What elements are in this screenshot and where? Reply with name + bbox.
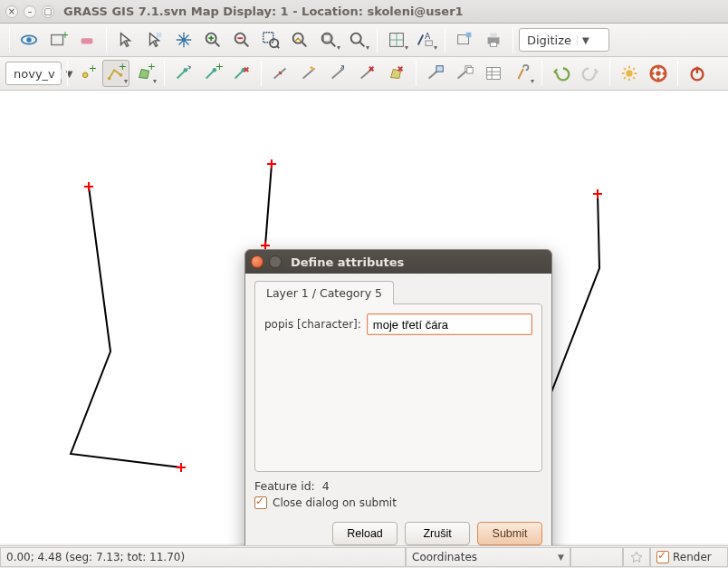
dialog-titlebar[interactable]: Define attributes — [245, 250, 551, 274]
svg-point-24 — [108, 77, 111, 81]
add-point-icon[interactable]: + — [73, 60, 101, 87]
help-icon[interactable] — [645, 60, 672, 87]
svg-point-25 — [120, 73, 123, 77]
svg-rect-35 — [487, 68, 501, 80]
submit-button[interactable]: Submit — [477, 522, 542, 545]
svg-text:+: + — [62, 30, 68, 40]
feature-id-value: 4 — [322, 479, 330, 493]
svg-rect-5 — [157, 33, 162, 38]
svg-rect-4 — [81, 38, 93, 43]
svg-text:+: + — [119, 63, 126, 72]
maximize-icon[interactable]: ▢ — [42, 5, 54, 18]
edit-line-icon[interactable] — [296, 60, 323, 87]
svg-rect-34 — [467, 68, 473, 73]
svg-point-13 — [351, 34, 361, 43]
svg-rect-12 — [324, 35, 330, 42]
chevron-down-icon: ▼ — [577, 35, 589, 45]
status-bar: 0.00; 4.48 (seg: 7.13; tot: 11.70) Coord… — [0, 545, 728, 568]
status-progress — [570, 547, 623, 567]
attributes-icon[interactable] — [480, 60, 507, 87]
tab-layer-category[interactable]: Layer 1 / Category 5 — [254, 281, 394, 304]
render-label: Render — [673, 551, 712, 563]
svg-text:+: + — [89, 63, 97, 74]
erase-icon[interactable] — [73, 26, 101, 53]
show-layers-icon[interactable] — [15, 26, 43, 53]
delete-area-icon[interactable] — [383, 60, 410, 87]
svg-text:+: + — [216, 63, 223, 72]
digitizer-toolbar: novy_v ▼ + +▾ +▾ + ▾ — [0, 57, 728, 91]
svg-text:+: + — [148, 63, 155, 72]
dialog-title: Define attributes — [291, 255, 404, 269]
print-icon[interactable] — [480, 26, 507, 53]
svg-text:A: A — [425, 31, 431, 41]
zoom-extent-icon[interactable]: ▾ — [315, 26, 342, 53]
main-titlebar: × – ▢ GRASS GIS 7.1.svn Map Display: 1 -… — [0, 0, 728, 24]
delete-feature-icon[interactable] — [354, 60, 381, 87]
close-on-submit-checkbox[interactable] — [254, 496, 267, 509]
status-info: 0.00; 4.48 (seg: 7.13; tot: 11.70) — [6, 551, 185, 563]
svg-rect-20 — [490, 34, 496, 38]
additional-tools-icon[interactable]: ▾ — [509, 60, 536, 87]
chevron-down-icon: ▼ — [558, 553, 564, 562]
status-mode-label: Coordinates — [412, 551, 477, 563]
split-line-icon[interactable] — [267, 60, 294, 87]
redo-icon[interactable] — [577, 60, 604, 87]
svg-rect-16 — [426, 41, 432, 45]
analyze-icon[interactable]: ▾ — [383, 26, 410, 53]
quit-icon[interactable] — [684, 60, 711, 87]
cats-copy-icon[interactable] — [451, 60, 478, 87]
render-toggle[interactable]: Render — [650, 547, 728, 567]
svg-point-38 — [656, 71, 661, 76]
move-vertex-icon[interactable] — [170, 60, 197, 87]
close-on-submit-label: Close dialog on submit — [273, 496, 397, 509]
move-feature-icon[interactable] — [325, 60, 352, 87]
overlay-icon[interactable]: A▾ — [412, 26, 439, 53]
zoom-last-icon[interactable] — [286, 26, 313, 53]
add-map-icon[interactable]: + — [44, 26, 72, 53]
window-title: GRASS GIS 7.1.svn Map Display: 1 - Locat… — [63, 5, 464, 18]
feature-id-label: Feature id: — [254, 479, 315, 493]
svg-point-22 — [82, 72, 88, 78]
svg-rect-21 — [490, 43, 496, 47]
define-attributes-dialog: Define attributes Layer 1 / Category 5 p… — [244, 249, 552, 557]
svg-point-1 — [26, 37, 32, 43]
pan-icon[interactable] — [170, 26, 197, 53]
display-mode-combo[interactable]: Digitize ▼ — [519, 28, 609, 52]
query-icon[interactable] — [141, 26, 168, 53]
svg-point-36 — [626, 70, 632, 76]
minimize-icon[interactable]: – — [24, 5, 36, 18]
map-display-toolbar: + ▾ ▾ ▾ A▾ Digitize ▼ — [0, 24, 728, 57]
zoom-in-icon[interactable] — [199, 26, 226, 53]
render-checkbox[interactable] — [656, 551, 669, 563]
popis-input[interactable] — [367, 313, 532, 335]
cats-display-icon[interactable] — [422, 60, 449, 87]
add-area-icon[interactable]: +▾ — [131, 60, 158, 87]
field-label: popis [character]: — [264, 318, 361, 331]
add-line-icon[interactable]: +▾ — [102, 60, 129, 87]
display-mode-label: Digitize — [527, 34, 571, 47]
zoom-menu-icon[interactable]: ▾ — [344, 26, 371, 53]
layer-combo-label: novy_v — [14, 67, 55, 81]
close-icon[interactable]: × — [5, 5, 18, 18]
svg-rect-18 — [466, 33, 472, 38]
layer-combo[interactable]: novy_v ▼ — [5, 62, 62, 85]
dialog-close-icon[interactable] — [251, 255, 263, 268]
status-pin-icon[interactable] — [623, 547, 650, 567]
tab-panel: popis [character]: — [254, 303, 542, 472]
status-mode-combo[interactable]: Coordinates ▼ — [406, 547, 570, 567]
svg-rect-8 — [263, 33, 273, 43]
zoom-region-icon[interactable] — [257, 26, 284, 53]
pointer-icon[interactable] — [112, 26, 139, 53]
undo-icon[interactable] — [548, 60, 575, 87]
add-vertex-icon[interactable]: + — [199, 60, 226, 87]
dialog-minimize-icon[interactable] — [269, 255, 282, 268]
zoom-out-icon[interactable] — [228, 26, 255, 53]
save-image-icon[interactable] — [451, 26, 478, 53]
remove-vertex-icon[interactable] — [228, 60, 255, 87]
settings-icon[interactable] — [616, 60, 643, 87]
reload-button[interactable]: Reload — [332, 522, 398, 545]
svg-rect-32 — [436, 66, 443, 72]
cancel-button[interactable]: Zrušit — [405, 522, 470, 545]
tab-label: Layer 1 / Category 5 — [266, 286, 382, 300]
